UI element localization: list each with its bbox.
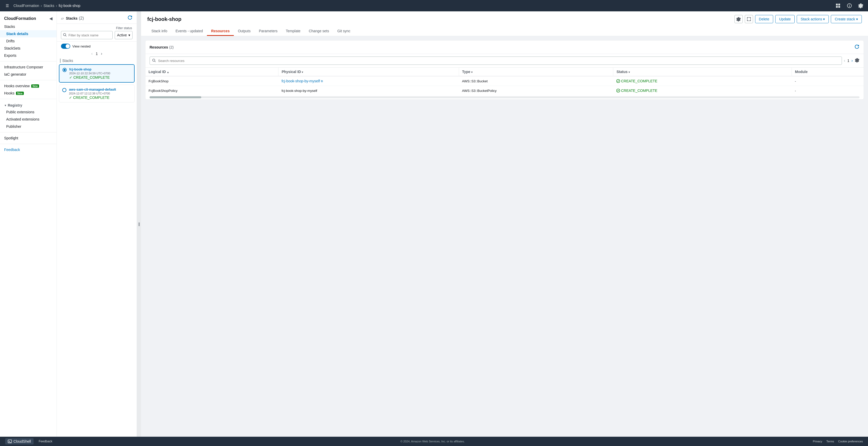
stack-item-aws-sam[interactable]: aws-sam-cli-managed-default 2024-12-07 1… xyxy=(59,85,134,102)
sidebar-item-exports[interactable]: Exports xyxy=(0,52,57,59)
cell-logical-id-2: FcjBookShopPolicy xyxy=(146,86,278,96)
detail-settings-button[interactable] xyxy=(735,15,743,23)
col-physical-id-label: Physical ID xyxy=(282,70,301,74)
col-header-logical-id[interactable]: Logical ID ▲ xyxy=(146,68,278,76)
info-icon-button[interactable] xyxy=(845,2,854,10)
stacks-pagination-row: ‹ 1 › xyxy=(57,50,137,58)
stack-radio-fcj-book-shop[interactable] xyxy=(63,68,67,72)
col-header-status[interactable]: Status ▾ xyxy=(613,68,792,76)
resources-next-button[interactable]: › xyxy=(851,58,853,63)
sidebar-item-iac-generator[interactable]: IaC generator xyxy=(0,71,57,78)
resources-section: Resources (2) xyxy=(145,40,864,100)
filter-input[interactable] xyxy=(61,31,113,39)
sidebar-item-spotlight[interactable]: Spotlight xyxy=(0,134,57,142)
search-resources-input[interactable] xyxy=(150,57,842,65)
stacks-next-button[interactable]: › xyxy=(101,52,102,56)
detail-header: fcj-book-shop Delete xyxy=(141,11,868,36)
view-nested-label: View nested xyxy=(72,44,91,48)
resources-prev-button[interactable]: ‹ xyxy=(844,58,845,63)
sidebar-item-activated-extensions[interactable]: Activated extensions xyxy=(0,116,57,123)
info-icon xyxy=(847,3,852,8)
sidebar-collapse-button[interactable]: ◀ xyxy=(49,16,53,21)
svg-line-10 xyxy=(155,61,156,62)
filter-search-icon xyxy=(63,33,67,37)
breadcrumb-stacks-link[interactable]: Stacks xyxy=(43,4,54,8)
terms-link[interactable]: Terms xyxy=(827,440,834,443)
hamburger-icon: ☰ xyxy=(6,4,9,8)
sidebar-item-drifts[interactable]: Drifts xyxy=(0,37,57,45)
stack-actions-button[interactable]: Stack actions ▾ xyxy=(797,15,829,23)
tab-template[interactable]: Template xyxy=(282,27,305,36)
stacks-prev-button[interactable]: ‹ xyxy=(91,52,92,56)
hamburger-button[interactable]: ☰ xyxy=(3,2,11,10)
col-status-label: Status xyxy=(616,70,627,74)
tab-outputs[interactable]: Outputs xyxy=(234,27,255,36)
sidebar-item-hooks[interactable]: Hooks New xyxy=(0,90,57,97)
cookie-preferences-link[interactable]: Cookie preferences xyxy=(838,440,863,443)
detail-panel: fcj-book-shop Delete xyxy=(141,11,868,437)
settings-icon xyxy=(858,3,863,8)
resources-pagination: ‹ 1 › xyxy=(844,58,853,63)
cloudshell-button[interactable]: CloudShell xyxy=(5,438,34,444)
tab-resources[interactable]: Resources xyxy=(207,27,234,36)
sidebar-item-infrastructure-composer-label: Infrastructure Composer xyxy=(4,65,43,69)
resources-count: (2) xyxy=(169,45,174,49)
footer-links: Privacy Terms Cookie preferences xyxy=(813,440,863,443)
feedback-link[interactable]: Feedback xyxy=(39,440,53,443)
create-stack-button[interactable]: Create stack ▾ xyxy=(831,15,862,23)
resources-title: Resources (2) xyxy=(150,45,174,49)
resources-settings-button[interactable] xyxy=(855,58,860,64)
tab-change-sets[interactable]: Change sets xyxy=(305,27,333,36)
stacks-panel-title-row: ▱ Stacks (2) xyxy=(61,15,84,21)
status-dropdown[interactable]: Active ▾ xyxy=(115,31,132,39)
tab-outputs-label: Outputs xyxy=(238,29,251,33)
view-nested-toggle[interactable] xyxy=(61,44,70,49)
stack-name-fcj-book-shop: fcj-book-shop xyxy=(69,67,110,71)
settings-icon-button[interactable] xyxy=(857,2,865,10)
sidebar-item-stacksets[interactable]: StackSets xyxy=(0,45,57,52)
stacks-panel-title-text: Stacks xyxy=(66,16,78,21)
sidebar-item-publisher[interactable]: Publisher xyxy=(0,123,57,130)
tab-events-updated[interactable]: Events - updated xyxy=(171,27,207,36)
detail-expand-button[interactable] xyxy=(745,15,753,23)
tab-stack-info[interactable]: Stack info xyxy=(147,27,171,36)
svg-point-9 xyxy=(153,59,155,61)
stack-radio-aws-sam[interactable] xyxy=(62,88,66,92)
grid-icon-button[interactable] xyxy=(834,2,842,10)
col-header-physical-id[interactable]: Physical ID ▾ xyxy=(278,68,459,76)
update-button[interactable]: Update xyxy=(775,15,795,23)
sidebar-item-infrastructure-composer[interactable]: Infrastructure Composer xyxy=(0,64,57,71)
sidebar-item-stack-details[interactable]: Stack details xyxy=(0,30,57,37)
stacks-panel-refresh-button[interactable] xyxy=(127,15,132,22)
sidebar-item-feedback[interactable]: Feedback xyxy=(0,146,57,153)
filter-status-label: Filter status xyxy=(61,26,132,30)
resources-scrollbar-thumb xyxy=(150,96,201,98)
resources-refresh-button[interactable] xyxy=(854,44,860,50)
privacy-link[interactable]: Privacy xyxy=(813,440,822,443)
stack-actions-arrow-icon: ▾ xyxy=(823,17,825,21)
sidebar-item-public-extensions[interactable]: Public extensions xyxy=(0,108,57,116)
resource-link-1[interactable]: fcj-book-shop-by-myself ⧉ xyxy=(282,79,456,83)
col-type-sort-icon: ▾ xyxy=(471,71,472,74)
col-status-sort-icon: ▾ xyxy=(628,71,630,74)
col-header-type[interactable]: Type ▾ xyxy=(459,68,613,76)
tab-git-sync[interactable]: Git sync xyxy=(333,27,355,36)
cell-status-1: CREATE_COMPLETE xyxy=(613,76,792,86)
collapse-handle[interactable]: ‖ xyxy=(137,11,141,437)
sidebar-item-stacks-label: Stacks xyxy=(4,25,15,29)
svg-point-6 xyxy=(849,4,850,5)
tab-parameters[interactable]: Parameters xyxy=(255,27,282,36)
status-complete-1: CREATE_COMPLETE xyxy=(616,79,789,83)
sidebar-item-hooks-overview[interactable]: Hooks overview New xyxy=(0,82,57,90)
collapse-handle-icon: ‖ xyxy=(138,222,140,226)
resources-scrollbar[interactable] xyxy=(150,96,860,98)
sidebar-item-drifts-label: Drifts xyxy=(6,39,15,43)
delete-button[interactable]: Delete xyxy=(755,15,773,23)
stacks-panel-header: ▱ Stacks (2) xyxy=(57,11,137,24)
sidebar-item-stacks[interactable]: Stacks xyxy=(0,23,57,30)
cell-status-2: CREATE_COMPLETE xyxy=(613,86,792,96)
breadcrumb-service-link[interactable]: CloudFormation xyxy=(13,4,39,8)
copyright-text: © 2024, Amazon Web Services, Inc. or its… xyxy=(57,440,808,443)
sidebar: CloudFormation ◀ Stacks Stack details Dr… xyxy=(0,11,57,437)
stack-item-fcj-book-shop[interactable]: fcj-book-shop 2024-12-10 22:34:59 UTC+07… xyxy=(59,64,134,82)
